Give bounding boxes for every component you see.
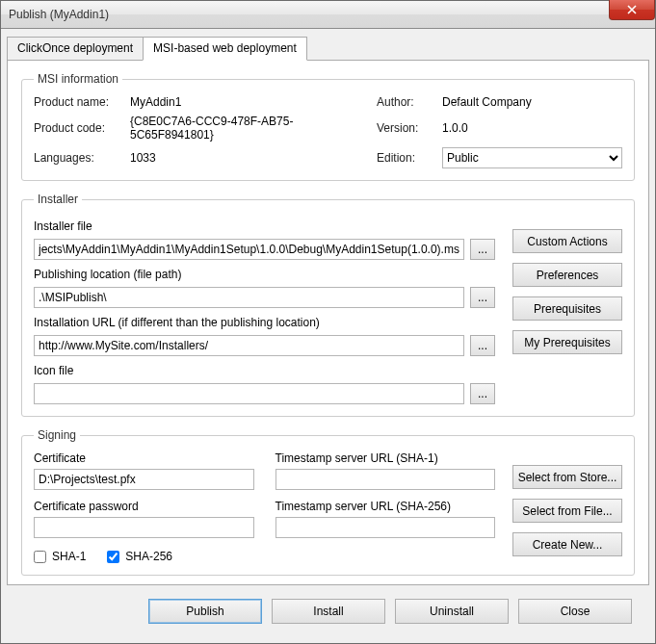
installation-url-input[interactable]	[34, 335, 464, 356]
signing-left: Certificate Timestamp server URL (SHA-1)…	[34, 451, 495, 563]
version-value: 1.0.0	[442, 121, 622, 135]
icon-file-browse[interactable]: ...	[470, 383, 495, 404]
publishing-location-label: Publishing location (file path)	[34, 268, 495, 281]
version-label: Version:	[377, 121, 434, 135]
edition-label: Edition:	[377, 151, 434, 165]
installation-url-browse[interactable]: ...	[470, 335, 495, 356]
installer-file-input[interactable]	[34, 239, 464, 260]
product-code-label: Product code:	[34, 121, 122, 135]
certificate-password-label: Certificate password	[34, 500, 254, 513]
sha1-checkbox-label[interactable]: SHA-1	[34, 550, 86, 563]
signing-legend: Signing	[34, 428, 80, 442]
preferences-button[interactable]: Preferences	[512, 263, 622, 287]
installer-file-label: Installer file	[34, 219, 495, 233]
timestamp-sha256-label: Timestamp server URL (SHA-256)	[276, 500, 496, 513]
product-code-value: {C8E0C7A6-CCC9-478F-AB75-5C65F8941801}	[130, 115, 369, 142]
author-value: Default Company	[442, 95, 622, 109]
my-prerequisites-button[interactable]: My Prerequisites	[512, 330, 622, 354]
installation-url-label: Installation URL (if different than the …	[34, 316, 495, 329]
select-from-file-button[interactable]: Select from File...	[512, 499, 622, 523]
timestamp-sha1-input[interactable]	[276, 469, 496, 490]
signing-right: Select from Store... Select from File...…	[512, 451, 622, 563]
edition-select[interactable]: Public	[442, 147, 622, 168]
languages-label: Languages:	[34, 151, 122, 165]
sha256-checkbox[interactable]	[107, 551, 119, 563]
publish-button[interactable]: Publish	[148, 599, 262, 624]
msi-info-legend: MSI information	[34, 72, 122, 86]
installer-file-browse[interactable]: ...	[470, 239, 495, 260]
create-new-button[interactable]: Create New...	[512, 532, 622, 556]
publish-window: Publish (MyAddin1) ClickOnce deployment …	[0, 0, 656, 644]
msi-info-grid: Product name: MyAddin1 Author: Default C…	[34, 95, 622, 168]
close-window-button[interactable]	[609, 0, 655, 20]
custom-actions-button[interactable]: Custom Actions	[512, 229, 622, 253]
signing-group: Signing Certificate Timestamp server URL…	[21, 428, 635, 576]
author-label: Author:	[377, 95, 434, 109]
select-from-store-button[interactable]: Select from Store...	[512, 465, 622, 489]
titlebar: Publish (MyAddin1)	[1, 1, 655, 29]
timestamp-sha256-input[interactable]	[276, 517, 496, 538]
bottom-buttons: Publish Install Uninstall Close	[7, 585, 649, 624]
certificate-label: Certificate	[34, 451, 254, 465]
client-area: ClickOnce deployment MSI-based web deplo…	[1, 29, 655, 643]
icon-file-label: Icon file	[34, 364, 495, 377]
installer-group: Installer Installer file ... Publishing …	[21, 193, 635, 417]
tab-panel-msi: MSI information Product name: MyAddin1 A…	[7, 60, 649, 585]
certificate-input[interactable]	[34, 469, 254, 490]
uninstall-button[interactable]: Uninstall	[395, 599, 509, 624]
certificate-password-input[interactable]	[34, 517, 254, 538]
sha1-checkbox[interactable]	[34, 551, 46, 563]
prerequisites-button[interactable]: Prerequisites	[512, 296, 622, 321]
edition-cell: Public	[442, 147, 622, 168]
installer-legend: Installer	[34, 193, 82, 206]
product-name-value: MyAddin1	[130, 95, 369, 109]
window-title: Publish (MyAddin1)	[9, 8, 109, 21]
sha-row: SHA-1 SHA-256	[34, 550, 495, 563]
installer-right: Custom Actions Preferences Prerequisites…	[512, 216, 622, 404]
close-button[interactable]: Close	[518, 599, 632, 624]
publishing-location-input[interactable]	[34, 287, 464, 308]
publishing-location-browse[interactable]: ...	[470, 287, 495, 308]
tab-msi[interactable]: MSI-based web deployment	[143, 37, 307, 61]
timestamp-sha1-label: Timestamp server URL (SHA-1)	[276, 451, 496, 465]
icon-file-input[interactable]	[34, 383, 464, 404]
install-button[interactable]: Install	[272, 599, 385, 624]
product-name-label: Product name:	[34, 95, 122, 109]
close-icon	[627, 5, 637, 14]
installer-left: Installer file ... Publishing location (…	[34, 216, 495, 404]
tab-strip: ClickOnce deployment MSI-based web deplo…	[7, 37, 649, 61]
languages-value: 1033	[130, 151, 369, 165]
msi-info-group: MSI information Product name: MyAddin1 A…	[21, 72, 635, 181]
sha256-checkbox-label[interactable]: SHA-256	[107, 550, 172, 563]
tab-clickonce[interactable]: ClickOnce deployment	[7, 37, 144, 61]
